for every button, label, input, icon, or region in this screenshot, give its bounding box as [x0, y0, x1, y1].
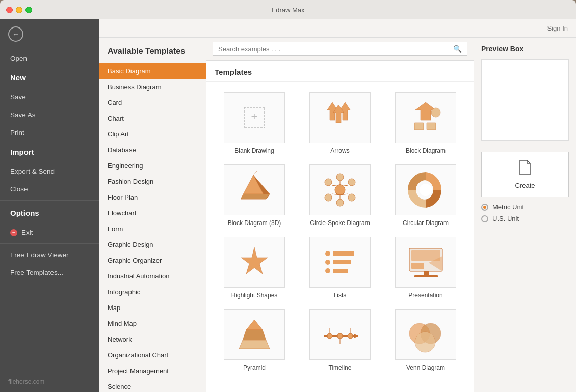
svg-point-45 — [327, 333, 332, 339]
blank-drawing-svg: + — [242, 105, 267, 130]
category-item-fashion-design[interactable]: Fashion Design — [99, 174, 206, 189]
category-item-business-diagram[interactable]: Business Diagram — [99, 79, 206, 95]
create-button[interactable]: Create — [481, 152, 569, 197]
template-label-block-diagram-3d: Block Diagram (3D) — [228, 219, 281, 227]
sidebar-divider-1 — [0, 200, 99, 201]
traffic-lights — [6, 7, 32, 13]
main-window: ← Open New Save Save As Print Import Exp… — [0, 19, 576, 392]
svg-marker-40 — [246, 320, 263, 330]
metric-radio[interactable] — [481, 204, 488, 211]
category-item-science[interactable]: Science — [99, 379, 206, 392]
svg-rect-6 — [414, 123, 424, 130]
svg-point-16 — [348, 179, 355, 186]
template-thumb-blank-drawing: + — [224, 92, 285, 143]
template-item-timeline[interactable]: Timeline — [302, 309, 378, 371]
category-item-flowchart[interactable]: Flowchart — [99, 205, 206, 221]
template-item-arrows[interactable]: Arrows — [302, 92, 378, 154]
svg-marker-11 — [241, 194, 270, 199]
arrows-svg — [320, 100, 360, 135]
sidebar-item-close[interactable]: Close — [0, 180, 99, 198]
category-item-infographic[interactable]: Infographic — [99, 284, 206, 300]
maximize-window-button[interactable] — [25, 7, 32, 13]
presentation-svg — [404, 243, 448, 282]
svg-point-27 — [420, 184, 432, 196]
sidebar-item-new[interactable]: New — [0, 67, 99, 88]
svg-rect-39 — [414, 275, 438, 277]
category-item-engineering[interactable]: Engineering — [99, 158, 206, 174]
template-item-lists[interactable]: Lists — [302, 237, 378, 299]
svg-point-20 — [325, 179, 332, 186]
minimize-window-button[interactable] — [16, 7, 22, 13]
venn-svg — [404, 316, 448, 354]
svg-rect-37 — [411, 263, 424, 269]
template-thumb-pyramid — [224, 309, 285, 360]
sidebar-item-print[interactable]: Print — [0, 124, 99, 142]
svg-point-53 — [415, 332, 435, 352]
unit-options: Metric Unit U.S. Unit — [481, 203, 569, 222]
close-window-button[interactable] — [6, 7, 13, 13]
sidebar-item-free-viewer[interactable]: Free Edraw Viewer — [0, 246, 99, 264]
svg-line-12 — [253, 171, 257, 175]
category-item-organizational-chart[interactable]: Organizational Chart — [99, 347, 206, 363]
sidebar: ← Open New Save Save As Print Import Exp… — [0, 19, 99, 392]
category-item-network[interactable]: Network — [99, 331, 206, 347]
us-radio[interactable] — [481, 215, 488, 222]
search-input[interactable] — [218, 45, 453, 53]
category-item-graphic-organizer[interactable]: Graphic Organizer — [99, 253, 206, 268]
category-item-graphic-design[interactable]: Graphic Design — [99, 237, 206, 253]
sidebar-divider-2 — [0, 243, 99, 244]
svg-text:+: + — [251, 110, 258, 123]
category-item-database[interactable]: Database — [99, 142, 206, 158]
category-item-form[interactable]: Form — [99, 221, 206, 237]
template-item-highlight-shapes[interactable]: Highlight Shapes — [217, 237, 292, 299]
category-item-floor-plan[interactable]: Floor Plan — [99, 189, 206, 205]
template-item-venn[interactable]: Venn Diagram — [388, 309, 463, 371]
sidebar-item-free-templates[interactable]: Free Templates... — [0, 264, 99, 282]
template-item-circular-diagram[interactable]: Circular Diagram — [388, 164, 463, 227]
template-label-circle-spoke: Circle-Spoke Diagram — [310, 219, 370, 227]
category-item-mind-map[interactable]: Mind Map — [99, 316, 206, 331]
sidebar-item-open[interactable]: Open — [0, 49, 99, 67]
template-item-blank-drawing[interactable]: + Blank Drawing — [217, 92, 292, 154]
category-item-card[interactable]: Card — [99, 95, 206, 110]
svg-marker-41 — [243, 330, 266, 340]
category-item-basic-diagram[interactable]: Basic Diagram — [99, 63, 206, 79]
template-label-block-diagram: Block Diagram — [406, 147, 446, 154]
sidebar-item-exit[interactable]: − Exit — [0, 223, 99, 241]
template-label-presentation: Presentation — [408, 292, 442, 299]
category-item-industrial-automation[interactable]: Industrial Automation — [99, 268, 206, 284]
category-item-clip-art[interactable]: Clip Art — [99, 126, 206, 142]
filehorse-logo: filehorse.com — [8, 378, 44, 385]
category-item-chart[interactable]: Chart — [99, 110, 206, 126]
unit-metric[interactable]: Metric Unit — [481, 203, 569, 211]
templates-grid: + Blank Drawing — [206, 82, 474, 381]
template-item-pyramid[interactable]: Pyramid — [217, 309, 292, 371]
preview-title: Preview Box — [481, 45, 569, 53]
sidebar-item-save[interactable]: Save — [0, 88, 99, 106]
template-label-lists: Lists — [334, 292, 347, 299]
category-item-project-management[interactable]: Project Management — [99, 363, 206, 379]
svg-point-33 — [325, 268, 330, 273]
sign-in-button[interactable]: Sign In — [547, 24, 568, 32]
category-item-map[interactable]: Map — [99, 300, 206, 316]
category-panel: Available Templates Basic Diagram Busine… — [99, 38, 206, 392]
template-thumb-venn — [395, 309, 456, 360]
template-label-circular-diagram: Circular Diagram — [403, 219, 449, 227]
sidebar-item-export[interactable]: Export & Send — [0, 162, 99, 180]
sidebar-item-import[interactable]: Import — [0, 142, 99, 162]
template-item-block-diagram[interactable]: Block Diagram — [388, 92, 463, 154]
search-icon: 🔍 — [453, 45, 462, 53]
app-title: Edraw Max — [271, 6, 304, 14]
template-item-circle-spoke[interactable]: Circle-Spoke Diagram — [302, 164, 378, 227]
back-button[interactable]: ← — [8, 26, 23, 42]
unit-us[interactable]: U.S. Unit — [481, 215, 569, 222]
preview-panel: Preview Box Create Metric Unit — [474, 38, 576, 392]
svg-point-29 — [325, 251, 330, 256]
template-thumb-block-diagram-3d — [224, 164, 285, 215]
sidebar-item-save-as[interactable]: Save As — [0, 106, 99, 124]
circular-diagram-svg — [404, 171, 448, 209]
template-label-arrows: Arrows — [330, 147, 349, 154]
sidebar-item-options[interactable]: Options — [0, 203, 99, 223]
template-item-block-diagram-3d[interactable]: Block Diagram (3D) — [217, 164, 292, 227]
template-item-presentation[interactable]: Presentation — [388, 237, 463, 299]
